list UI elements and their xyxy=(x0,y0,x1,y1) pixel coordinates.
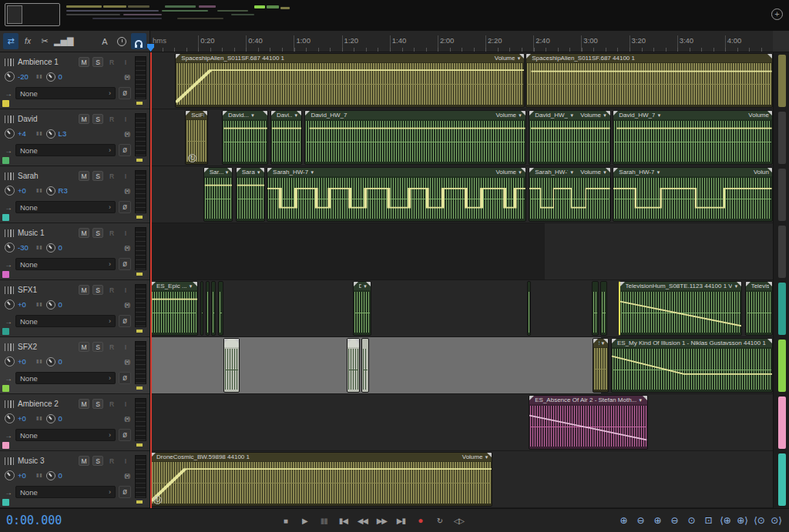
audio-clip[interactable]: ES_Absence Of Air 2 - Stefan Moth... ▼ ↻ xyxy=(529,395,647,450)
volume-knob[interactable] xyxy=(5,243,15,253)
track-color-chip[interactable] xyxy=(2,328,9,335)
clip-dropdown-icon[interactable]: ▼ xyxy=(569,113,574,118)
track-lane[interactable]: Sar... ▼ ↻ Sarah_... ▼ ↻ Sarah_HW-7 ▼ Vo… xyxy=(150,166,773,223)
monitor-icon[interactable]: ((•)) xyxy=(124,188,129,193)
overview-strip[interactable]: + xyxy=(0,0,789,32)
mute-button[interactable]: M xyxy=(79,57,89,67)
audio-clip[interactable]: ↻ xyxy=(211,281,216,336)
volume-value[interactable]: +0 xyxy=(18,300,33,309)
track-color-chip[interactable] xyxy=(2,157,9,164)
audio-clip[interactable]: ↻ xyxy=(200,281,204,336)
audio-clip[interactable]: T... ▼ ↻ xyxy=(347,338,360,393)
solo-button[interactable]: S xyxy=(92,456,103,466)
pan-value[interactable]: R3 xyxy=(59,186,74,195)
pan-value[interactable]: 0 xyxy=(59,72,74,81)
clip-header[interactable]: T... ▼ xyxy=(347,339,359,347)
zoom-sel-left-button[interactable]: ⟨⊙ xyxy=(753,514,766,527)
pan-knob[interactable] xyxy=(46,300,55,309)
scrollbar-track-segment[interactable] xyxy=(778,169,786,221)
audio-clip[interactable]: Televis ↻ xyxy=(745,281,773,336)
zoom-in-point-button[interactable]: ⟨⊕ xyxy=(719,514,732,527)
clip-envelope[interactable] xyxy=(529,119,610,164)
scrollbar-track-segment[interactable] xyxy=(778,112,786,164)
route-select[interactable]: None › xyxy=(15,429,116,441)
go-to-end-button[interactable]: ▶▮ xyxy=(394,514,408,527)
arm-record-button[interactable]: R xyxy=(106,57,117,67)
track-color-chip[interactable] xyxy=(2,100,9,107)
audio-clip[interactable]: ↻ xyxy=(600,281,607,336)
monitor-headphones-icon[interactable] xyxy=(131,33,146,49)
clip-header[interactable]: SpaceshipAlien_S011SF.687 44100 1 Volume… xyxy=(176,54,524,62)
audio-clip[interactable]: SciFi... ↻ xyxy=(185,110,208,165)
arm-record-button[interactable]: R xyxy=(106,399,117,409)
audio-clip[interactable]: SciF... ▼ ↻ xyxy=(593,338,609,393)
track-name[interactable]: Ambience 1 xyxy=(18,58,76,66)
volume-value[interactable]: +0 xyxy=(18,471,33,480)
monitor-icon[interactable]: ((•)) xyxy=(124,416,129,421)
monitor-icon[interactable]: ((•)) xyxy=(124,302,129,307)
phase-button[interactable]: ø xyxy=(119,486,131,498)
arm-record-button[interactable]: R xyxy=(106,171,117,181)
track-color-chip[interactable] xyxy=(2,499,9,506)
scrollbar-track-segment[interactable] xyxy=(778,226,786,278)
mute-button[interactable]: M xyxy=(79,285,89,295)
clip-volume-label[interactable]: Volume ▼ xyxy=(490,55,522,62)
clip-dropdown-icon[interactable]: ▼ xyxy=(354,341,359,346)
clip-volume-label[interactable]: Volume ▼ xyxy=(491,112,522,119)
timeline-ruler[interactable]: hms 0:200:401:001:201:402:002:202:403:00… xyxy=(150,31,773,52)
go-to-start-button[interactable]: ▮◀ xyxy=(336,514,350,527)
track-lane[interactable]: SpaceshipAlien_S011SF.687 44100 1 Volume… xyxy=(150,52,773,109)
pan-value[interactable]: L3 xyxy=(59,129,74,138)
clip-envelope[interactable] xyxy=(237,176,264,221)
clip-volume-label[interactable]: Volume ▼ xyxy=(458,453,489,460)
audio-clip[interactable]: Sarah_HW-7 ▼ Volume ▼ ↻ xyxy=(267,167,526,222)
clip-dropdown-icon[interactable]: ▼ xyxy=(601,341,606,346)
zoom-in-amplitude-button[interactable]: ⊕ xyxy=(651,514,664,527)
track-lane[interactable] xyxy=(150,223,773,280)
pause-button[interactable]: ▮▮ xyxy=(317,514,331,527)
clip-envelope[interactable] xyxy=(151,461,492,506)
input-monitor-button[interactable]: I xyxy=(120,228,131,238)
track-name[interactable]: Sarah xyxy=(18,172,76,180)
audio-clip[interactable]: ↻ xyxy=(361,338,369,393)
monitor-icon[interactable]: ((•)) xyxy=(124,131,129,136)
audio-clip[interactable]: Davi... ▼ ↻ xyxy=(270,110,302,165)
clip-header[interactable] xyxy=(224,339,239,347)
pan-value[interactable]: 0 xyxy=(59,471,74,480)
route-select[interactable]: None › xyxy=(15,486,116,498)
volume-knob[interactable] xyxy=(5,186,15,196)
clip-header[interactable]: Sarah_HW-7 ▼ Volume ▼ xyxy=(529,168,610,176)
audio-clip[interactable]: ↻ xyxy=(592,281,599,336)
clip-envelope[interactable] xyxy=(176,62,524,107)
clip-dropdown-icon[interactable]: ▼ xyxy=(310,170,314,175)
audio-clip[interactable]: ES_My Kind Of Illusion 1 - Niklas Gustav… xyxy=(611,338,773,393)
clip-dropdown-icon[interactable]: ▼ xyxy=(734,284,738,289)
clip-dropdown-icon[interactable]: ▼ xyxy=(638,398,643,403)
input-monitor-button[interactable]: I xyxy=(120,57,131,67)
audio-clip[interactable]: DroneCosmic_BW.59898 44100 1 Volume ▼ ↻ xyxy=(150,452,492,507)
track-name[interactable]: Music 1 xyxy=(18,229,76,237)
rewind-button[interactable]: ◀◀ xyxy=(355,514,369,527)
playhead-line[interactable] xyxy=(150,52,152,508)
clip-header[interactable]: David_HW_7 ▼ Volume xyxy=(613,111,772,119)
zoom-selection-button[interactable]: ⊡ xyxy=(702,514,715,527)
phase-button[interactable]: ø xyxy=(119,315,131,327)
record-button[interactable]: ● xyxy=(413,514,427,527)
monitor-icon[interactable]: ((•)) xyxy=(124,74,129,79)
move-exchange-tool-icon[interactable]: ⇄ xyxy=(3,33,18,49)
solo-button[interactable]: S xyxy=(92,342,103,352)
clip-dropdown-icon[interactable]: ▼ xyxy=(294,113,298,118)
scrollbar-track-segment[interactable] xyxy=(778,55,786,107)
fast-forward-button[interactable]: ▶▶ xyxy=(374,514,388,527)
audio-clip[interactable]: Sar... ▼ ↻ xyxy=(203,167,233,222)
track-lane[interactable]: SciFi... ↻ David... ▼ ↻ Davi... ▼ ↻ Davi… xyxy=(150,109,773,166)
clip-volume-label[interactable]: Volume ▼ xyxy=(576,112,607,119)
clip-envelope[interactable] xyxy=(529,404,646,449)
solo-button[interactable]: S xyxy=(92,285,103,295)
track-color-chip[interactable] xyxy=(2,214,9,221)
pan-value[interactable]: 0 xyxy=(59,243,74,252)
volume-knob[interactable] xyxy=(5,356,15,366)
clip-header[interactable]: ES_Epic ... ▼ xyxy=(151,282,197,290)
clip-envelope[interactable] xyxy=(612,347,772,392)
volume-value[interactable]: +0 xyxy=(18,186,33,195)
